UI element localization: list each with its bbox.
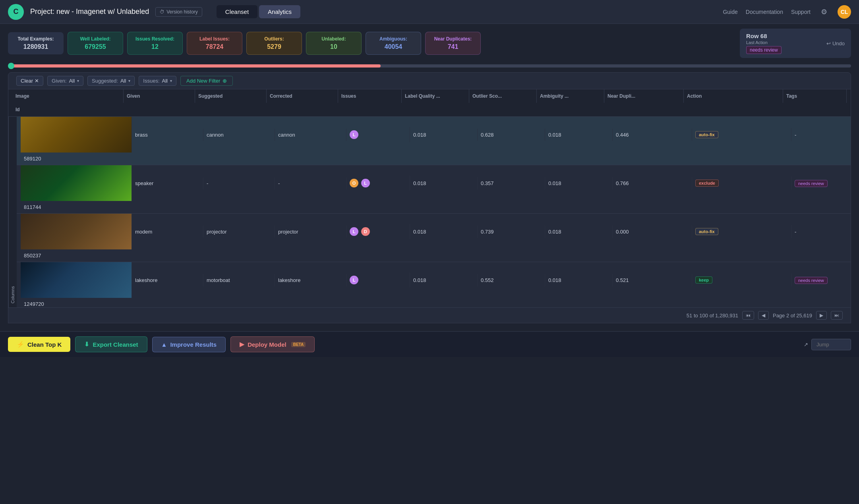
row-panel-info: Row 68 Last Action needs review bbox=[746, 33, 822, 54]
row-suggested: cannon bbox=[203, 129, 275, 141]
improve-results-button[interactable]: ▲ Improve Results bbox=[152, 337, 226, 352]
row-id: 589120 bbox=[21, 153, 132, 165]
row-suggested: motorboat bbox=[203, 274, 275, 286]
stat-unlabeled[interactable]: Unlabeled: 10 bbox=[306, 32, 362, 55]
row-given: lakeshore bbox=[132, 274, 203, 286]
issue-badge-o: O bbox=[350, 179, 358, 187]
table-row[interactable]: modem projector projector L D 0.018 0.73… bbox=[17, 214, 851, 262]
project-title: Project: new - Imagenet w/ Unlabeled bbox=[30, 8, 149, 16]
col-near-dup[interactable]: Near Dupli... bbox=[604, 89, 684, 103]
jump-input[interactable] bbox=[811, 339, 851, 350]
row-ambiguity: 0.018 bbox=[545, 129, 613, 141]
row-image-cell bbox=[21, 214, 132, 249]
deploy-model-button[interactable]: ▶ Deploy Model BETA bbox=[230, 336, 315, 352]
clean-top-k-button[interactable]: ⚡ Clean Top K bbox=[8, 337, 70, 352]
issue-badge-l: L bbox=[350, 130, 358, 139]
given-filter[interactable]: Given: All ▾ bbox=[47, 76, 83, 86]
progress-track[interactable] bbox=[11, 64, 851, 68]
header: C Project: new - Imagenet w/ Unlabeled ⏱… bbox=[0, 0, 859, 24]
app-logo: C bbox=[8, 4, 24, 20]
beta-badge: BETA bbox=[291, 342, 306, 347]
col-id[interactable]: Id bbox=[12, 103, 124, 116]
issue-badge-l: L bbox=[350, 227, 358, 236]
table-row[interactable]: lakeshore motorboat lakeshore L 0.018 0.… bbox=[17, 262, 851, 307]
chart-icon: ▲ bbox=[161, 341, 167, 348]
col-outlier-score[interactable]: Outlier Sco... bbox=[469, 89, 537, 103]
row-corrected: - bbox=[275, 177, 346, 189]
col-issues[interactable]: Issues bbox=[338, 89, 402, 103]
row-tags: needs review bbox=[791, 177, 851, 189]
stat-label-issues[interactable]: Label Issues: 78724 bbox=[187, 32, 242, 55]
user-avatar[interactable]: CL bbox=[838, 5, 851, 19]
row-near-dup: 0.446 bbox=[613, 129, 692, 141]
header-right: Guide Documentation Support ⚙ CL bbox=[723, 5, 851, 19]
settings-icon[interactable]: ⚙ bbox=[818, 6, 830, 17]
col-suggested[interactable]: Suggested bbox=[195, 89, 267, 103]
version-history-button[interactable]: ⏱ Version history bbox=[155, 7, 202, 17]
plus-circle-icon: ⊕ bbox=[222, 78, 227, 84]
col-image[interactable]: Image bbox=[12, 89, 124, 103]
jump-arrow-icon: ↗ bbox=[804, 342, 808, 348]
support-link[interactable]: Support bbox=[791, 9, 811, 15]
tab-analytics[interactable]: Analytics bbox=[259, 5, 300, 18]
download-icon: ⬇ bbox=[84, 341, 89, 348]
col-ambiguity[interactable]: Ambiguity ... bbox=[537, 89, 604, 103]
row-id: 1249720 bbox=[21, 298, 132, 307]
action-badge: exclude bbox=[695, 180, 719, 187]
row-corrected: cannon bbox=[275, 129, 346, 141]
row-issues: L bbox=[346, 127, 410, 142]
issues-filter[interactable]: Issues: All ▾ bbox=[139, 76, 176, 86]
documentation-link[interactable]: Documentation bbox=[746, 9, 783, 15]
col-corrected[interactable]: Corrected bbox=[267, 89, 338, 103]
row-given: brass bbox=[132, 129, 203, 141]
row-image-cell bbox=[21, 117, 132, 153]
stat-outliers[interactable]: Outliers: 5279 bbox=[246, 32, 302, 55]
row-corrected: projector bbox=[275, 226, 346, 238]
col-label-quality[interactable]: Label Quality ... bbox=[402, 89, 469, 103]
pagination-last[interactable]: ⏭ bbox=[831, 311, 843, 320]
stat-near-duplicates[interactable]: Near Duplicates: 741 bbox=[425, 32, 481, 55]
pagination-prev[interactable]: ◀ bbox=[758, 311, 769, 320]
add-filter-button[interactable]: Add New Filter ⊕ bbox=[180, 76, 233, 86]
chevron-down-icon: ▾ bbox=[128, 79, 130, 83]
stat-ambiguous[interactable]: Ambiguous: 40054 bbox=[366, 32, 421, 55]
pagination-first[interactable]: ⏮ bbox=[742, 311, 754, 320]
pagination-next[interactable]: ▶ bbox=[816, 311, 827, 320]
tab-cleanset[interactable]: Cleanset bbox=[217, 5, 257, 18]
action-badge: auto-fix bbox=[695, 228, 718, 235]
close-icon: ✕ bbox=[35, 78, 39, 84]
table-row[interactable]: brass cannon cannon L 0.018 0.628 0.018 … bbox=[17, 117, 851, 165]
stat-well-labeled[interactable]: Well Labeled: 679255 bbox=[68, 32, 123, 55]
jump-container: ↗ bbox=[804, 339, 851, 350]
action-badge: auto-fix bbox=[695, 131, 718, 138]
stat-total-examples[interactable]: Total Examples: 1280931 bbox=[8, 32, 64, 54]
row-corrected: lakeshore bbox=[275, 274, 346, 286]
row-outlier-score: 0.739 bbox=[478, 226, 545, 238]
guide-link[interactable]: Guide bbox=[723, 9, 737, 15]
table-header: Image Given Suggested Corrected Issues L… bbox=[8, 89, 851, 117]
col-action[interactable]: Action bbox=[684, 89, 783, 103]
stat-issues-resolved[interactable]: Issues Resolved: 12 bbox=[127, 32, 183, 55]
row-suggested: projector bbox=[203, 226, 275, 238]
row-near-dup: 0.000 bbox=[613, 226, 692, 238]
row-issues: O L bbox=[346, 176, 410, 191]
undo-button[interactable]: ↩ Undo bbox=[826, 41, 845, 46]
row-given: modem bbox=[132, 226, 203, 238]
row-tags: - bbox=[791, 226, 851, 238]
table-row[interactable]: speaker - - O L 0.018 0.357 0.018 0.766 … bbox=[17, 165, 851, 214]
suggested-filter[interactable]: Suggested: All ▾ bbox=[87, 76, 135, 86]
stats-bar: Total Examples: 1280931 Well Labeled: 67… bbox=[0, 24, 859, 63]
row-outlier-score: 0.628 bbox=[478, 129, 545, 141]
export-cleanset-button[interactable]: ⬇ Export Cleanset bbox=[75, 336, 147, 352]
col-tags[interactable]: Tags bbox=[783, 89, 847, 103]
row-label-quality: 0.018 bbox=[410, 274, 478, 286]
progress-fill bbox=[11, 64, 381, 68]
pagination-bar: 51 to 100 of 1,280,931 ⏮ ◀ Page 2 of 25,… bbox=[8, 308, 851, 323]
clear-filter-button[interactable]: Clear ✕ bbox=[16, 76, 43, 86]
progress-thumb[interactable] bbox=[8, 63, 14, 69]
pagination-page: Page 2 of 25,619 bbox=[773, 313, 812, 319]
row-near-dup: 0.521 bbox=[613, 274, 692, 286]
play-icon: ▶ bbox=[240, 341, 244, 348]
col-given[interactable]: Given bbox=[124, 89, 195, 103]
columns-sidebar[interactable]: Columns bbox=[8, 117, 17, 307]
